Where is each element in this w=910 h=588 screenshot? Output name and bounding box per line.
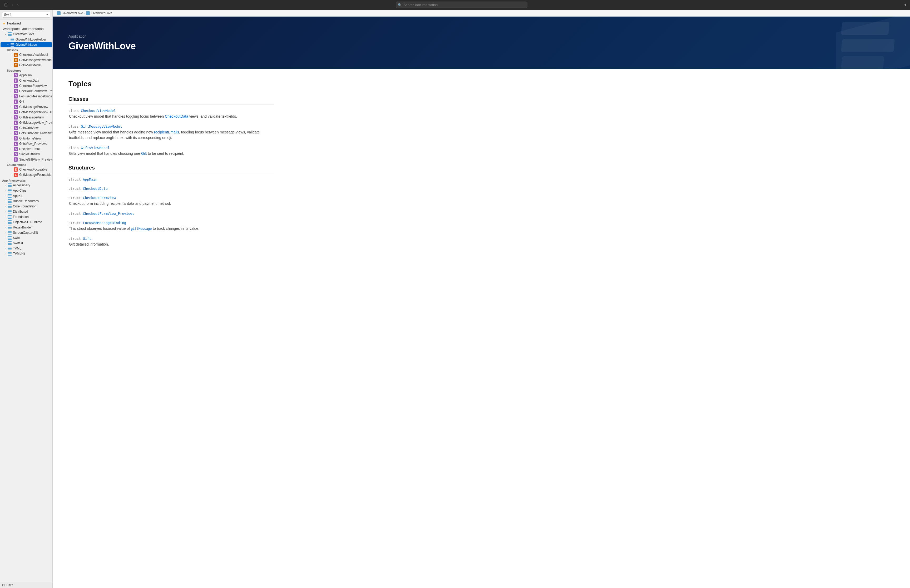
sidebar-item-gift[interactable]: › S Gift [0,99,52,104]
sidebar-item-checkoutfocusable[interactable]: › E CheckoutFocusable [0,167,52,172]
classes-section: Classes class CheckoutViewModel Checkout… [68,96,274,156]
doc-entry-sig: class GiftsViewModel [68,146,274,150]
sidebar-item-swiftui[interactable]: › SwiftUI [0,241,52,246]
keyword: struct [68,212,83,216]
gift-link[interactable]: Gift [141,151,147,155]
module-icon [8,252,11,255]
breadcrumb-item-2: GivenWithLove [86,11,112,15]
keyword: class [68,124,81,128]
checkoutdata-link[interactable]: CheckoutData [165,114,188,118]
checkoutdata-link[interactable]: CheckoutData [83,187,108,191]
sidebar-item-recipientemail[interactable]: › S RecipientEmail [0,146,52,152]
sidebar-item-givenwithloveehelper[interactable]: › GivenWithLoveHelper [0,37,52,42]
appmain-link[interactable]: AppMain [83,178,97,181]
sidebar-item-giftmessageview-previe[interactable]: › S GiftMessageView_Previe... [0,120,52,125]
sidebar-item-focusedmessagebinding[interactable]: › S FocusedMessageBinding [0,94,52,99]
structures-section: Structures struct AppMain struct Checkou… [68,165,274,247]
sidebar-item-screencapturekit[interactable]: › ScreenCaptureKit [0,230,52,235]
chevron-right-icon: › [11,153,14,155]
tree-item-label: AppKit [13,194,22,198]
nav-forward-button[interactable]: › [16,2,20,8]
sidebar-item-objectivecruntime[interactable]: › Objective-C Runtime [0,220,52,225]
struct-badge: S [14,73,18,78]
sidebar-item-checkoutviewmodel[interactable]: › C CheckoutViewModel [0,52,52,57]
classes-subheader: Classes [0,47,52,52]
tree-item-label: RegexBuilder [13,226,32,229]
sidebar-item-distributed[interactable]: › Distributed [0,209,52,214]
chevron-right-icon: › [5,247,8,250]
sidebar-item-tvml[interactable]: › TVML [0,246,52,251]
enumerations-subheader: Enumerations [0,162,52,167]
sidebar-item-featured[interactable]: ★ Featured [0,21,52,26]
sidebar-item-accessibility[interactable]: › Accessibility [0,183,52,188]
sidebar-item-giftshomeview[interactable]: › S GiftsHomeView [0,136,52,141]
sidebar-item-checkoutformview-pre[interactable]: › S CheckoutFormView_Pre... [0,89,52,94]
module-icon [57,11,61,15]
checkoutviewmodel-link[interactable]: CheckoutViewModel [81,109,116,113]
sidebar-item-giftmessagefocusable[interactable]: › E GiftMessageFocusable [0,172,52,178]
sidebar-item-singlegiftview[interactable]: › S SingleGiftView [0,152,52,157]
sidebar-item-giftmessageview[interactable]: › S GiftMessageView [0,115,52,120]
sidebar-item-giftsgridview-previews[interactable]: › S GiftsGridView_Previews [0,131,52,136]
sidebar-item-tvmlkit[interactable]: › TVMLKit [0,251,52,256]
module-icon [8,194,11,198]
sidebar-toggle-button[interactable]: ⊡ [3,2,9,8]
swift-selector[interactable]: Swift ▼ [2,11,50,18]
sidebar-item-foundation[interactable]: › Foundation [0,214,52,220]
recipientemails-link[interactable]: recipientEmails [154,130,179,134]
sidebar-item-giftsviewmodel[interactable]: › C GiftsViewModel [0,63,52,68]
module-icon [8,32,11,36]
sidebar-item-corefoundation[interactable]: › Core Foundation [0,204,52,209]
breadcrumb-separator: › [84,12,85,15]
breadcrumb-link-1[interactable]: GivenWithLove [61,11,83,15]
giftmessageviewmodel-link[interactable]: GiftMessageViewModel [81,124,122,128]
doc-entry-desc: Gifts view model that handles choosing o… [68,151,274,156]
structures-subheader: Structures [0,68,52,73]
search-input[interactable] [396,2,527,8]
chevron-right-icon: › [5,226,8,229]
focusedmessagebinding-link[interactable]: FocusedMessageBinding [83,221,126,225]
chevron-right-icon: › [5,210,8,213]
sidebar-top: Swift ▼ [0,10,52,19]
chevron-right-icon: › [11,121,14,124]
sidebar-item-giftmessagepreview[interactable]: › S GiftMessagePreview [0,104,52,110]
sidebar-item-giftmessageviewmodel[interactable]: › C GiftMessageViewModel [0,57,52,63]
tree-item-label: ScreenCaptureKit [13,231,38,234]
sidebar-item-giftsview-previews[interactable]: › S GiftsView_Previews [0,141,52,146]
hero-title: GivenWithLove [68,40,894,52]
share-button[interactable]: ⬆ [904,3,907,7]
chevron-right-icon: › [11,100,14,103]
giftsviewmodel-link[interactable]: GiftsViewModel [81,146,110,150]
tree-item-label: FocusedMessageBinding [19,94,52,98]
doc-entry-sig: struct AppMain [68,178,274,181]
sidebar-item-appkit[interactable]: › AppKit [0,193,52,199]
chevron-right-icon: › [11,132,14,134]
tree-item-label: Accessibility [13,183,30,187]
sidebar-item-checkoutformview[interactable]: › S CheckoutFormView [0,83,52,89]
sidebar-item-givenwithlovee-root[interactable]: ▾ GivenWithLove [0,32,52,37]
sidebar-item-singlegiftview-previews[interactable]: › S SingleGiftView_Previews [0,157,52,162]
sidebar-item-appmain[interactable]: › S AppMain [0,73,52,78]
sidebar-item-givenwithlovee-selected[interactable]: ▾ GivenWithLove [0,42,52,47]
sidebar-item-appclips[interactable]: › App Clips [0,188,52,193]
checkoutformview-previews-link[interactable]: CheckoutFormView_Previews [83,212,134,216]
chevron-right-icon: › [5,237,8,239]
struct-badge: S [14,78,18,82]
sidebar-item-bundleresources[interactable]: › Bundle Resources [0,199,52,204]
doc-entry-sig: struct CheckoutFormView_Previews [68,212,274,216]
sidebar-item-regexbuilder[interactable]: › RegexBuilder [0,225,52,230]
tree-item-label: RecipientEmail [19,147,40,151]
sidebar-item-giftsgridview[interactable]: › S GiftsGridView [0,125,52,131]
topics-heading: Topics [68,80,274,88]
featured-label: Featured [7,21,50,25]
titlebar-left: ⊡ ‹ › [3,2,19,8]
checkoutformview-link[interactable]: CheckoutFormView [83,196,116,200]
star-icon: ★ [3,22,5,25]
sidebar-item-swift[interactable]: › Swift [0,235,52,241]
sidebar-item-giftmessagepreview-pre[interactable]: › S GiftMessagePreview_Pre... [0,110,52,115]
gift-struct-link[interactable]: Gift [83,237,91,241]
sidebar-item-workspace-doc[interactable]: Workspace Documentation [0,26,52,32]
tree-item-label: Objective-C Runtime [13,220,42,224]
sidebar-item-checkoutdata[interactable]: › S CheckoutData [0,78,52,83]
nav-back-button[interactable]: ‹ [11,2,14,8]
